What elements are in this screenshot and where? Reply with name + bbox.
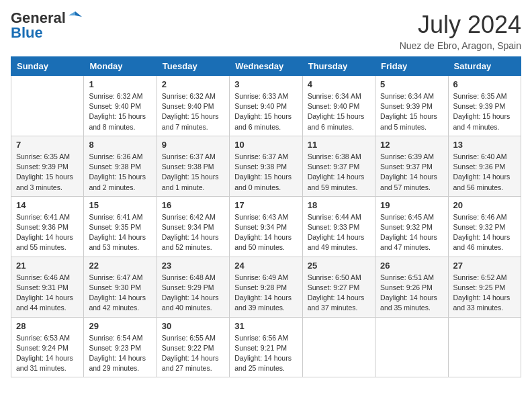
day-number: 7 (16, 140, 79, 150)
calendar-cell: 7Sunrise: 6:35 AM Sunset: 9:39 PM Daylig… (11, 136, 84, 196)
day-info: Sunrise: 6:44 AM Sunset: 9:33 PM Dayligh… (308, 212, 370, 253)
calendar-cell: 9Sunrise: 6:37 AM Sunset: 9:38 PM Daylig… (157, 136, 229, 196)
day-info: Sunrise: 6:54 AM Sunset: 9:23 PM Dayligh… (89, 333, 151, 374)
calendar-week-row: 28Sunrise: 6:53 AM Sunset: 9:24 PM Dayli… (11, 317, 521, 377)
calendar-header-row: SundayMondayTuesdayWednesdayThursdayFrid… (11, 57, 521, 76)
day-number: 13 (453, 140, 516, 150)
day-number: 6 (453, 79, 516, 89)
logo-general-text: General (11, 11, 66, 26)
day-number: 9 (162, 140, 224, 150)
calendar-cell: 19Sunrise: 6:45 AM Sunset: 9:32 PM Dayli… (375, 196, 448, 257)
day-info: Sunrise: 6:35 AM Sunset: 9:39 PM Dayligh… (16, 152, 79, 193)
day-info: Sunrise: 6:36 AM Sunset: 9:38 PM Dayligh… (89, 152, 151, 193)
calendar-cell: 11Sunrise: 6:38 AM Sunset: 9:37 PM Dayli… (302, 136, 375, 196)
calendar-cell: 4Sunrise: 6:34 AM Sunset: 9:40 PM Daylig… (302, 76, 375, 136)
page-header: General Blue July 2024 Nuez de Ebro, Ara… (11, 11, 521, 51)
calendar-cell: 18Sunrise: 6:44 AM Sunset: 9:33 PM Dayli… (302, 196, 375, 257)
calendar-cell: 28Sunrise: 6:53 AM Sunset: 9:24 PM Dayli… (11, 317, 84, 377)
day-number: 10 (234, 140, 297, 150)
day-info: Sunrise: 6:52 AM Sunset: 9:25 PM Dayligh… (453, 273, 516, 314)
calendar-cell: 23Sunrise: 6:48 AM Sunset: 9:29 PM Dayli… (157, 257, 229, 317)
day-info: Sunrise: 6:55 AM Sunset: 9:22 PM Dayligh… (162, 333, 224, 374)
calendar-cell: 31Sunrise: 6:56 AM Sunset: 9:21 PM Dayli… (230, 317, 302, 377)
day-number: 18 (308, 200, 370, 210)
day-number: 20 (453, 200, 516, 210)
day-info: Sunrise: 6:46 AM Sunset: 9:32 PM Dayligh… (453, 212, 516, 253)
day-info: Sunrise: 6:32 AM Sunset: 9:40 PM Dayligh… (89, 91, 151, 132)
day-info: Sunrise: 6:33 AM Sunset: 9:40 PM Dayligh… (234, 91, 297, 132)
day-info: Sunrise: 6:38 AM Sunset: 9:37 PM Dayligh… (308, 152, 370, 193)
day-number: 21 (16, 261, 79, 271)
calendar-cell: 17Sunrise: 6:43 AM Sunset: 9:34 PM Dayli… (230, 196, 302, 257)
calendar-cell: 29Sunrise: 6:54 AM Sunset: 9:23 PM Dayli… (84, 317, 157, 377)
calendar-cell: 26Sunrise: 6:51 AM Sunset: 9:26 PM Dayli… (375, 257, 448, 317)
col-header-friday: Friday (375, 57, 448, 76)
location-subtitle: Nuez de Ebro, Aragon, Spain (400, 40, 521, 51)
day-number: 2 (162, 79, 224, 89)
calendar-cell: 14Sunrise: 6:41 AM Sunset: 9:36 PM Dayli… (11, 196, 84, 257)
day-number: 27 (453, 261, 516, 271)
col-header-saturday: Saturday (448, 57, 521, 76)
month-year-title: July 2024 (400, 11, 521, 39)
col-header-wednesday: Wednesday (230, 57, 302, 76)
calendar-cell (448, 317, 521, 377)
calendar-cell (302, 317, 375, 377)
calendar-cell: 8Sunrise: 6:36 AM Sunset: 9:38 PM Daylig… (84, 136, 157, 196)
day-info: Sunrise: 6:48 AM Sunset: 9:29 PM Dayligh… (162, 273, 224, 314)
day-info: Sunrise: 6:40 AM Sunset: 9:36 PM Dayligh… (453, 152, 516, 193)
day-info: Sunrise: 6:43 AM Sunset: 9:34 PM Dayligh… (234, 212, 297, 253)
day-info: Sunrise: 6:41 AM Sunset: 9:36 PM Dayligh… (16, 212, 79, 253)
day-number: 29 (89, 321, 151, 331)
day-number: 23 (162, 261, 224, 271)
calendar-cell: 1Sunrise: 6:32 AM Sunset: 9:40 PM Daylig… (84, 76, 157, 136)
day-info: Sunrise: 6:51 AM Sunset: 9:26 PM Dayligh… (380, 273, 443, 314)
day-info: Sunrise: 6:34 AM Sunset: 9:40 PM Dayligh… (308, 91, 370, 132)
calendar-cell: 10Sunrise: 6:37 AM Sunset: 9:38 PM Dayli… (230, 136, 302, 196)
day-number: 17 (234, 200, 297, 210)
logo-bird-icon (69, 10, 82, 24)
day-number: 15 (89, 200, 151, 210)
col-header-sunday: Sunday (11, 57, 84, 76)
day-info: Sunrise: 6:56 AM Sunset: 9:21 PM Dayligh… (234, 333, 297, 374)
day-info: Sunrise: 6:35 AM Sunset: 9:39 PM Dayligh… (453, 91, 516, 132)
day-info: Sunrise: 6:39 AM Sunset: 9:37 PM Dayligh… (380, 152, 443, 193)
day-number: 1 (89, 79, 151, 89)
day-info: Sunrise: 6:37 AM Sunset: 9:38 PM Dayligh… (234, 152, 297, 193)
svg-marker-0 (75, 11, 82, 17)
title-block: July 2024 Nuez de Ebro, Aragon, Spain (400, 11, 521, 51)
day-number: 11 (308, 140, 370, 150)
calendar-cell (375, 317, 448, 377)
day-number: 14 (16, 200, 79, 210)
day-number: 3 (234, 79, 297, 89)
calendar-week-row: 7Sunrise: 6:35 AM Sunset: 9:39 PM Daylig… (11, 136, 521, 196)
calendar-cell: 15Sunrise: 6:41 AM Sunset: 9:35 PM Dayli… (84, 196, 157, 257)
calendar-cell: 2Sunrise: 6:32 AM Sunset: 9:40 PM Daylig… (157, 76, 229, 136)
calendar-cell: 20Sunrise: 6:46 AM Sunset: 9:32 PM Dayli… (448, 196, 521, 257)
day-info: Sunrise: 6:53 AM Sunset: 9:24 PM Dayligh… (16, 333, 79, 374)
day-info: Sunrise: 6:32 AM Sunset: 9:40 PM Dayligh… (162, 91, 224, 132)
day-info: Sunrise: 6:47 AM Sunset: 9:30 PM Dayligh… (89, 273, 151, 314)
day-number: 28 (16, 321, 79, 331)
day-info: Sunrise: 6:45 AM Sunset: 9:32 PM Dayligh… (380, 212, 443, 253)
day-number: 16 (162, 200, 224, 210)
calendar-cell: 30Sunrise: 6:55 AM Sunset: 9:22 PM Dayli… (157, 317, 229, 377)
svg-marker-1 (69, 11, 75, 15)
day-info: Sunrise: 6:49 AM Sunset: 9:28 PM Dayligh… (234, 273, 297, 314)
calendar-cell: 16Sunrise: 6:42 AM Sunset: 9:34 PM Dayli… (157, 196, 229, 257)
calendar-cell: 5Sunrise: 6:34 AM Sunset: 9:39 PM Daylig… (375, 76, 448, 136)
col-header-tuesday: Tuesday (157, 57, 229, 76)
day-number: 8 (89, 140, 151, 150)
day-info: Sunrise: 6:46 AM Sunset: 9:31 PM Dayligh… (16, 273, 79, 314)
day-number: 25 (308, 261, 370, 271)
day-number: 4 (308, 79, 370, 89)
calendar-cell: 24Sunrise: 6:49 AM Sunset: 9:28 PM Dayli… (230, 257, 302, 317)
day-number: 26 (380, 261, 443, 271)
day-info: Sunrise: 6:41 AM Sunset: 9:35 PM Dayligh… (89, 212, 151, 253)
calendar-cell: 3Sunrise: 6:33 AM Sunset: 9:40 PM Daylig… (230, 76, 302, 136)
day-info: Sunrise: 6:50 AM Sunset: 9:27 PM Dayligh… (308, 273, 370, 314)
day-number: 31 (234, 321, 297, 331)
calendar-week-row: 14Sunrise: 6:41 AM Sunset: 9:36 PM Dayli… (11, 196, 521, 257)
col-header-thursday: Thursday (302, 57, 375, 76)
calendar-cell (11, 76, 84, 136)
calendar-cell: 12Sunrise: 6:39 AM Sunset: 9:37 PM Dayli… (375, 136, 448, 196)
